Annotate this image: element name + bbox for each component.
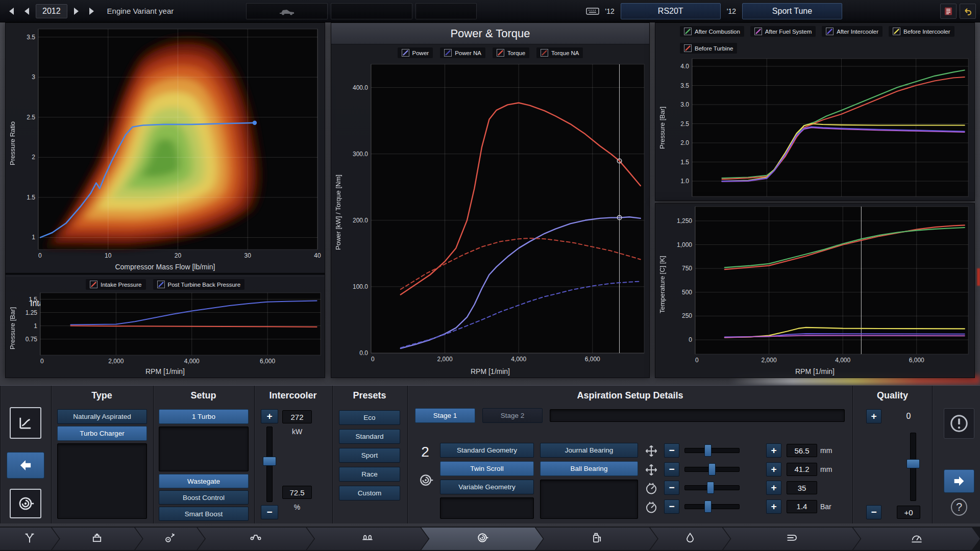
slider-increase-button[interactable]: + [766, 481, 781, 495]
legend-item[interactable]: Torque NA [536, 47, 583, 58]
intake-tab[interactable] [0, 528, 59, 550]
svg-text:40: 40 [314, 252, 321, 259]
app-root: 2012 Engine Variant year '12 RS20T '12 S… [0, 0, 980, 551]
aspiration-slider[interactable] [684, 499, 740, 514]
setup-boost-control-button[interactable]: Boost Control [159, 490, 249, 505]
step-forward-button[interactable] [70, 6, 83, 17]
intake-exhaust-pressure-chart: Intake & Exhaust Pressure 0.7511.251.502… [19, 291, 325, 365]
engine-family-tab[interactable] [52, 528, 142, 550]
top-end-tab[interactable] [307, 528, 428, 550]
slider-handle[interactable] [707, 482, 714, 494]
slider-handle[interactable] [704, 500, 712, 513]
legend-item[interactable]: Power NA [440, 47, 485, 58]
preset-race-button[interactable]: Race [339, 467, 400, 482]
legend-item[interactable]: After Fuel System [750, 26, 816, 37]
slider-handle[interactable] [263, 457, 276, 466]
legend-item[interactable]: After Intercooler [822, 26, 883, 37]
slider-decrease-button[interactable]: − [664, 443, 679, 458]
legend-item[interactable]: Before Intercooler [889, 26, 954, 37]
setup-turbo-count-button[interactable]: 1 Turbo [159, 409, 249, 424]
aspiration-slider[interactable] [684, 462, 740, 477]
geometry-twin-scroll-button[interactable]: Twin Scroll [440, 461, 534, 476]
stage-1-tab[interactable]: Stage 1 [415, 408, 475, 423]
turbo-pressure-ylabel: Pressure [Bar] [655, 55, 669, 201]
previous-button[interactable] [7, 452, 44, 479]
skip-forward-button[interactable] [86, 6, 99, 17]
legend-item[interactable]: Before Turbine [680, 43, 737, 54]
setup-wastegate-button[interactable]: Wastegate [159, 474, 249, 488]
skip-back-button[interactable] [4, 6, 17, 17]
setup-column: Setup 1 Turbo Wastegate Boost Control Sm… [153, 386, 253, 523]
slider-decrease-button[interactable]: − [664, 462, 679, 477]
help-button[interactable]: ? [948, 496, 970, 518]
legend-item[interactable]: Post Turbine Back Pressure [153, 279, 245, 290]
intercooler-increase-button[interactable]: + [261, 409, 278, 423]
svg-text:0.75: 0.75 [26, 336, 38, 343]
slider-increase-button[interactable]: + [766, 462, 781, 477]
engine-variant-year-label: Engine Variant year [107, 7, 174, 15]
slider-handle[interactable] [708, 463, 716, 475]
legend-item[interactable]: Power [398, 47, 433, 58]
svg-text:30: 30 [244, 252, 252, 259]
move-icon [645, 463, 658, 477]
svg-text:3.5: 3.5 [680, 82, 689, 89]
intercooler-decrease-button[interactable]: − [261, 505, 278, 519]
quality-header: Quality [853, 388, 932, 403]
svg-text:3: 3 [32, 73, 35, 81]
svg-text:1.0: 1.0 [680, 178, 689, 185]
aspiration-slider[interactable] [684, 443, 740, 458]
fuel-system-tab[interactable] [536, 528, 657, 550]
preset-custom-button[interactable]: Custom [339, 486, 400, 500]
engine-year-value[interactable]: 2012 [36, 4, 67, 18]
slider-handle[interactable] [906, 459, 920, 468]
turbo-count-value: 2 [415, 441, 435, 463]
slider-increase-button[interactable]: + [766, 443, 781, 458]
intercooler-slider[interactable] [261, 427, 278, 502]
graph-view-button[interactable] [10, 407, 41, 439]
notes-button[interactable] [940, 4, 957, 19]
preset-eco-button[interactable]: Eco [339, 410, 400, 425]
slider-decrease-button[interactable]: − [664, 481, 679, 495]
dyno-icon [911, 532, 923, 546]
svg-text:2.5: 2.5 [680, 120, 689, 128]
next-button[interactable] [944, 469, 974, 493]
svg-text:750: 750 [682, 265, 692, 272]
aspiration-tab[interactable] [421, 528, 543, 550]
undo-button[interactable] [960, 4, 976, 19]
geometry-variable-button[interactable]: Variable Geometry [440, 480, 534, 494]
quality-delta-value: +0 [897, 506, 920, 519]
setup-smart-boost-button[interactable]: Smart Boost [159, 507, 249, 521]
slider-increase-button[interactable]: + [766, 499, 781, 514]
slider-decrease-button[interactable]: − [664, 499, 679, 514]
bearing-journal-button[interactable]: Journal Bearing [540, 443, 638, 458]
variant-tab[interactable]: Sport Tune [742, 3, 842, 19]
exhaust-tab[interactable] [723, 528, 861, 550]
engine-internals-tab[interactable] [135, 528, 205, 550]
legend-item[interactable]: After Combustion [680, 26, 744, 37]
legend-item[interactable]: Torque [493, 47, 529, 58]
aspiration-slider[interactable] [684, 481, 740, 495]
turbo-pressure-chart: Turbo Pressure 1.01.52.02.53.03.54.0 [669, 55, 974, 201]
turbo-view-button[interactable] [10, 489, 41, 518]
step-back-button[interactable] [20, 6, 33, 17]
type-turbo-charger-button[interactable]: Turbo Charger [57, 426, 147, 441]
geometry-standard-button[interactable]: Standard Geometry [440, 443, 534, 458]
legend-item[interactable]: Intake Pressure [86, 279, 146, 290]
svg-text:4,000: 4,000 [835, 357, 850, 364]
type-naturally-aspirated-button[interactable]: Naturally Aspirated [57, 409, 147, 424]
bearing-ball-button[interactable]: Ball Bearing [540, 461, 638, 476]
slider-handle[interactable] [704, 444, 712, 457]
testing-tab[interactable] [853, 528, 979, 550]
bottom-end-tab[interactable] [198, 528, 314, 550]
preset-sport-button[interactable]: Sport [339, 448, 400, 463]
family-tab[interactable]: RS20T [621, 3, 721, 19]
preset-standard-button[interactable]: Standard [339, 429, 400, 444]
quality-slider[interactable] [906, 433, 920, 501]
quality-decrease-button[interactable]: − [866, 505, 881, 519]
lubrication-tab[interactable] [650, 528, 730, 550]
quality-increase-button[interactable]: + [866, 409, 881, 423]
warnings-button[interactable] [944, 408, 974, 439]
legend-label: Torque [507, 50, 525, 56]
stage-2-tab[interactable]: Stage 2 [482, 408, 543, 423]
setup-name-field[interactable] [550, 409, 845, 422]
